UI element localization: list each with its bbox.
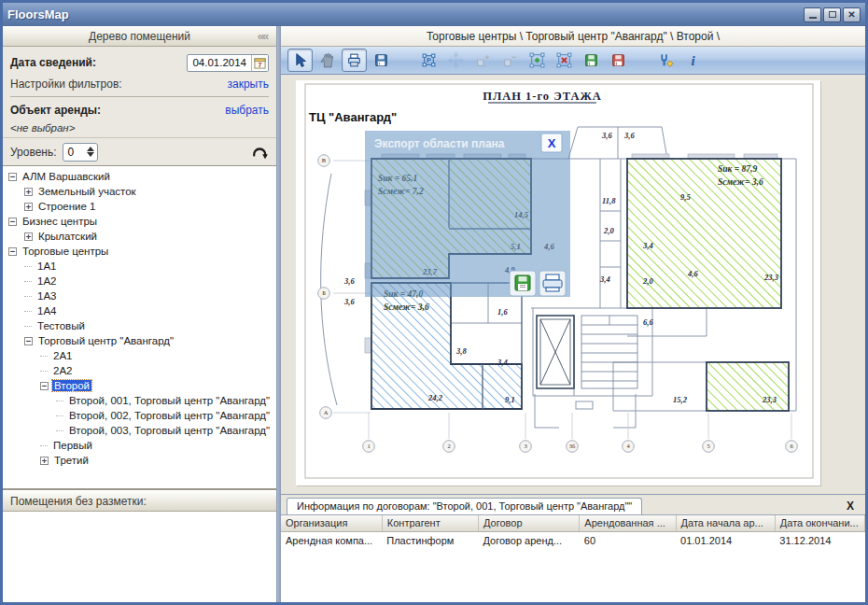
collapse-node-icon[interactable]: − bbox=[8, 247, 17, 256]
export-overlay[interactable]: Экспорт области плана X bbox=[365, 131, 570, 297]
table-column-header[interactable]: Организация bbox=[281, 515, 382, 531]
spin-down-icon[interactable] bbox=[87, 152, 94, 157]
settings-button[interactable] bbox=[653, 49, 679, 72]
collapse-node-icon[interactable]: − bbox=[40, 382, 49, 390]
tree-item-label[interactable]: Тестовый bbox=[35, 320, 87, 331]
tree-item[interactable]: +Земельный участок bbox=[3, 184, 276, 199]
filters-label: Настройки фильтров: bbox=[10, 77, 228, 91]
expand-node-icon[interactable]: + bbox=[24, 203, 33, 211]
tree-item[interactable]: +Строение 1 bbox=[3, 199, 276, 214]
contracts-close-button[interactable]: X bbox=[841, 499, 860, 514]
tree-item[interactable]: Второй, 001, Торговый центр "Авангард" bbox=[3, 393, 276, 408]
collapse-panel-button[interactable]: «« bbox=[248, 29, 276, 43]
tree-item[interactable]: −Второй bbox=[3, 378, 276, 393]
tree-item-label[interactable]: 2А2 bbox=[51, 365, 74, 376]
floor-plan[interactable]: ПЛАН 1-го ЭТАЖА ТЦ "Авангард" bbox=[296, 80, 820, 485]
tree-item[interactable]: 1А1 bbox=[3, 259, 276, 274]
tree-item-label[interactable]: Бизнес центры bbox=[21, 216, 99, 227]
collapse-node-icon[interactable]: − bbox=[8, 218, 17, 226]
tree-item-label[interactable]: Земельный участок bbox=[36, 186, 138, 197]
tree-item-label[interactable]: 1А3 bbox=[35, 290, 58, 302]
spin-up-icon[interactable] bbox=[87, 147, 94, 151]
table-column-header[interactable]: Дата начала ар... bbox=[676, 515, 775, 531]
unmarked-list[interactable] bbox=[3, 512, 276, 602]
tree-item[interactable]: Второй, 002, Торговый центр "Авангард" bbox=[3, 408, 276, 423]
tree-item[interactable]: 1А4 bbox=[3, 303, 276, 318]
tree-item[interactable]: +Третий bbox=[3, 453, 276, 468]
tree-item[interactable]: 1А3 bbox=[3, 288, 276, 303]
tree-item-label[interactable]: Первый bbox=[51, 440, 94, 451]
tree-item-label[interactable]: 2А1 bbox=[51, 350, 74, 361]
tree-item-label[interactable]: 1А2 bbox=[35, 275, 58, 287]
tree-item[interactable]: −Бизнес центры bbox=[3, 214, 276, 229]
tree-item[interactable]: Тестовый bbox=[3, 318, 276, 333]
print-button[interactable] bbox=[342, 49, 367, 72]
expand-node-icon[interactable]: + bbox=[24, 188, 33, 196]
date-value[interactable]: 04.01.2014 bbox=[188, 57, 251, 68]
tree-item[interactable]: 2А2 bbox=[3, 363, 276, 378]
save-red-button[interactable] bbox=[606, 49, 631, 72]
expand-node-icon[interactable]: + bbox=[24, 232, 33, 241]
tree-leaf-connector bbox=[24, 326, 32, 327]
export-close-button[interactable]: X bbox=[541, 134, 562, 152]
export-save-button[interactable] bbox=[510, 271, 536, 296]
tree-item-label[interactable]: Крылатский bbox=[36, 231, 99, 242]
collapse-node-icon[interactable]: − bbox=[8, 173, 17, 181]
save-blue-button[interactable] bbox=[369, 49, 394, 72]
level-spinner[interactable]: 0 bbox=[63, 143, 98, 162]
tree-item-label[interactable]: Торговые центры bbox=[21, 246, 110, 257]
table-column-header[interactable]: Контрагент bbox=[382, 515, 478, 531]
expand-node-icon[interactable]: + bbox=[40, 457, 49, 465]
collapse-node-icon[interactable]: − bbox=[24, 337, 33, 345]
table-row[interactable]: Арендная компа...ПластинформДоговор арен… bbox=[281, 531, 865, 549]
plan-canvas[interactable]: ПЛАН 1-го ЭТАЖА ТЦ "Авангард" bbox=[281, 75, 865, 494]
tree-item[interactable]: +Крылатский bbox=[3, 229, 276, 244]
rent-select-link[interactable]: выбрать bbox=[225, 104, 269, 117]
tree-item[interactable]: Второй, 003, Торговый центр "Авангард" bbox=[3, 423, 276, 438]
delete-selection-button[interactable] bbox=[552, 49, 577, 72]
table-column-header[interactable]: Арендованная ... bbox=[580, 515, 676, 531]
tree-item-label[interactable]: Второй bbox=[52, 380, 91, 391]
date-input[interactable]: 04.01.2014 7 bbox=[187, 54, 269, 72]
info-button[interactable]: i bbox=[680, 49, 706, 72]
tree-item[interactable]: −АЛМ Варшавский bbox=[3, 169, 276, 184]
table-column-header[interactable]: Договор bbox=[479, 515, 580, 531]
tree-item[interactable]: −Торговые центры bbox=[3, 244, 276, 259]
contracts-tab[interactable]: Информация по договорам: "Второй, 001, Т… bbox=[287, 498, 642, 514]
export-print-button[interactable] bbox=[539, 271, 566, 296]
tree-item-label[interactable]: Торговый центр "Авангард" bbox=[36, 335, 175, 346]
tree-leaf-connector bbox=[40, 356, 48, 357]
tree-item-label[interactable]: АЛМ Варшавский bbox=[21, 171, 112, 182]
tree-item[interactable]: Первый bbox=[3, 438, 276, 453]
axis-label: 2 bbox=[447, 443, 450, 449]
room-tree[interactable]: −АЛМ Варшавский+Земельный участок+Строен… bbox=[3, 166, 276, 490]
tree-item-label[interactable]: Третий bbox=[52, 455, 91, 466]
minimize-button[interactable] bbox=[804, 7, 821, 22]
contracts-table: ОрганизацияКонтрагентДоговорАрендованная… bbox=[281, 515, 865, 549]
tree-item-label[interactable]: Строение 1 bbox=[36, 201, 98, 212]
tree-item-label[interactable]: Второй, 003, Торговый центр "Авангард" bbox=[67, 425, 272, 436]
contracts-table-wrap: ОрганизацияКонтрагентДоговорАрендованная… bbox=[281, 515, 865, 602]
tree-item-label[interactable]: Второй, 001, Торговый центр "Авангард" bbox=[67, 395, 272, 406]
hand-button[interactable] bbox=[315, 49, 340, 72]
table-column-header[interactable]: Дата окончани... bbox=[775, 515, 864, 531]
add-selection-button[interactable] bbox=[525, 49, 550, 72]
tree-item[interactable]: −Торговый центр "Авангард" bbox=[3, 333, 276, 348]
save-green-button[interactable] bbox=[579, 49, 604, 72]
cursor-button[interactable] bbox=[287, 49, 313, 72]
filters-close-link[interactable]: закрыть bbox=[228, 77, 269, 91]
tree-item[interactable]: 2А1 bbox=[3, 348, 276, 363]
tree-item-label[interactable]: 1А4 bbox=[35, 305, 58, 317]
select-plan-region-button[interactable]: P bbox=[416, 49, 441, 72]
tree-item[interactable]: 1А2 bbox=[3, 274, 276, 288]
refresh-icon bbox=[250, 143, 269, 162]
print-icon bbox=[346, 52, 362, 68]
tree-item-label[interactable]: Второй, 002, Торговый центр "Авангард" bbox=[67, 410, 272, 421]
close-button[interactable]: ✕ bbox=[843, 7, 861, 22]
level-value[interactable]: 0 bbox=[63, 144, 84, 161]
tree-item-label[interactable]: 1А1 bbox=[35, 260, 58, 272]
calendar-button[interactable]: 7 bbox=[251, 55, 268, 71]
refresh-button[interactable] bbox=[250, 143, 269, 162]
spinner-arrows[interactable] bbox=[84, 144, 97, 161]
maximize-button[interactable] bbox=[823, 7, 841, 22]
